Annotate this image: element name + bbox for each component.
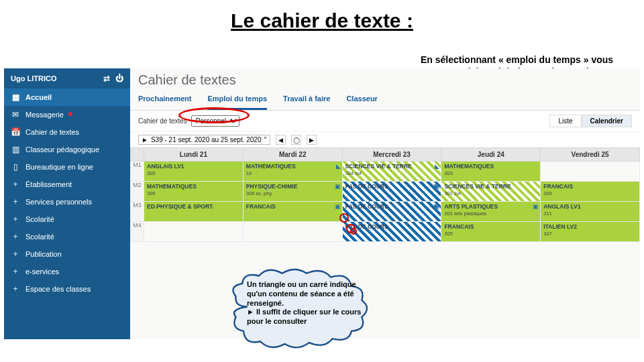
course-subject: MATHEMATIQUES: [444, 163, 537, 170]
main-panel: Cahier de textes ProchainementEmploi du …: [130, 68, 640, 339]
course-room: 211: [543, 210, 637, 217]
sidebar-label: Services personnels: [25, 198, 92, 206]
content-marker-icon: ▣: [335, 203, 341, 210]
sidebar-icon: +: [11, 232, 20, 241]
tab-classeur[interactable]: Classeur: [346, 90, 377, 110]
course-cell[interactable]: PAS DE COURS▣: [343, 182, 441, 201]
week-prev-button[interactable]: ◀: [276, 135, 286, 145]
course-subject: ED.PHYSIQUE & SPORT.: [147, 203, 240, 210]
course-room: 209: [543, 190, 637, 196]
course-cell[interactable]: ANGLAIS LV1211: [541, 202, 639, 221]
sidebar-icon: ✉: [11, 110, 20, 119]
slide-title: Le cahier de texte :: [0, 0, 644, 35]
sidebar-item-2[interactable]: 📅Cahier de textes: [4, 123, 130, 141]
course-subject: ANGLAIS LV1: [147, 163, 240, 170]
sidebar-icon: ▯: [11, 162, 20, 172]
course-room: 301 svt: [444, 190, 537, 196]
course-cell[interactable]: MATHEMATIQUES203: [441, 162, 540, 181]
sidebar-icon: +: [11, 284, 20, 294]
course-cell[interactable]: SCIENCES VIE & TERRE304 svt◣: [343, 162, 441, 181]
tab-emploi-du-temps[interactable]: Emploi du temps: [207, 90, 267, 110]
sidebar-item-4[interactable]: ▯Bureautique en ligne: [4, 158, 130, 176]
sidebar-item-10[interactable]: +e-services: [4, 263, 130, 280]
sidebar-item-6[interactable]: +Services personnels: [4, 193, 130, 210]
slot-label: M4: [131, 222, 144, 242]
course-cell[interactable]: ED.PHYSIQUE & SPORT.: [144, 202, 243, 221]
sidebar-item-1[interactable]: ✉Messagerie: [4, 106, 130, 123]
tab-prochainement[interactable]: Prochainement: [138, 90, 191, 110]
course-subject: FRANCAIS: [543, 183, 637, 190]
cloud-text: Un triangle ou un carré indique qu'un co…: [247, 280, 365, 326]
course-room: 203: [444, 170, 537, 176]
content-marker-icon: ▣: [433, 183, 439, 190]
content-marker-icon: ▣: [433, 203, 439, 210]
course-cell[interactable]: FRANCAIS205: [441, 222, 540, 241]
sidebar-label: Publication: [25, 250, 62, 258]
content-marker-icon: ◣: [336, 163, 341, 170]
course-cell[interactable]: MATHEMATIQUES10◣: [244, 162, 342, 181]
sidebar-item-11[interactable]: +Espace des classes: [4, 280, 130, 298]
course-subject: FRANCAIS: [246, 203, 339, 210]
view-liste-button[interactable]: Liste: [549, 115, 581, 127]
sidebar-label: e-services: [25, 267, 59, 276]
course-cell[interactable]: PAS DE COURS: [343, 222, 441, 241]
course-cell[interactable]: FRANCAIS▣: [244, 202, 342, 221]
view-toggle: Liste Calendrier: [549, 115, 632, 127]
course-subject: PHYSIQUE-CHIMIE: [246, 183, 339, 190]
course-subject: PAS DE COURS: [345, 203, 439, 210]
sidebar-label: Espace des classes: [25, 285, 91, 293]
sidebar-icon: 📅: [11, 127, 20, 137]
sidebar-icon: +: [11, 249, 20, 259]
slot-label: M1: [131, 162, 144, 182]
toolbar-label: Cahier de textes: [138, 117, 187, 125]
sidebar-icon: +: [11, 215, 20, 224]
course-subject: SCIENCES VIE & TERRE: [444, 183, 537, 190]
course-cell[interactable]: MATHEMATIQUES309: [144, 182, 243, 201]
course-subject: PAS DE COURS: [345, 223, 439, 230]
badge-dot: [68, 112, 72, 116]
sidebar-label: Classeur pédagogique: [25, 145, 99, 154]
course-cell[interactable]: PHYSIQUE-CHIMIE306 sc. phy▣: [244, 182, 342, 201]
power-icon[interactable]: ⏻: [115, 74, 123, 83]
view-calendrier-button[interactable]: Calendrier: [582, 115, 632, 127]
course-cell[interactable]: ARTS PLASTIQUES202 arts plastiques▣: [441, 202, 540, 221]
sidebar-label: Cahier de textes: [25, 128, 79, 136]
content-marker-icon: ◣: [435, 163, 439, 170]
course-cell: [541, 162, 639, 181]
sidebar-item-9[interactable]: +Publication: [4, 245, 130, 263]
slot-label: M3: [131, 202, 144, 222]
course-cell[interactable]: FRANCAIS209: [541, 182, 639, 201]
week-today-button[interactable]: ◯: [291, 135, 301, 145]
sidebar-item-7[interactable]: +Scolarité: [4, 210, 130, 228]
course-room: 202 arts plastiques: [444, 210, 537, 217]
sidebar-item-0[interactable]: ▦Accueil: [4, 88, 130, 106]
sidebar-item-3[interactable]: ▥Classeur pédagogique: [4, 141, 130, 158]
sidebar-label: Messagerie: [25, 111, 64, 119]
day-header: Vendredi 25: [541, 148, 640, 162]
tab-strip: ProchainementEmploi du tempsTravail à fa…: [130, 89, 640, 111]
course-cell[interactable]: ANGLAIS LV1305: [144, 162, 243, 181]
course-cell[interactable]: SCIENCES VIE & TERRE301 svt: [441, 182, 540, 201]
sidebar-label: Scolarité: [25, 233, 54, 241]
content-marker-icon: ▣: [533, 203, 539, 210]
day-header: Lundi 21: [144, 148, 244, 162]
sidebar-item-5[interactable]: +Établissement: [4, 176, 130, 193]
calendar: Lundi 21Mardi 22Mercredi 23Jeudi 24Vendr…: [130, 147, 640, 339]
course-cell[interactable]: ITALIEN LV2107: [541, 222, 639, 241]
course-subject: FRANCAIS: [444, 223, 537, 230]
course-subject: PAS DE COURS: [345, 183, 439, 190]
course-cell[interactable]: PAS DE COURS▣: [343, 202, 441, 221]
week-next-button[interactable]: ▶: [307, 135, 317, 145]
sidebar-label: Bureautique en ligne: [25, 163, 93, 171]
week-select[interactable]: ► S39 - 21 sept. 2020 au 25 sept. 2020 ˅: [138, 135, 270, 145]
sidebar-header: Ugo LITRICO ⇄ ⏻: [4, 68, 130, 88]
slot-label: M2: [131, 182, 144, 202]
sidebar-item-8[interactable]: +Scolarité: [4, 228, 130, 245]
settings-icon[interactable]: ⇄: [103, 74, 110, 83]
sidebar-label: Accueil: [25, 93, 52, 101]
tab-travail-à-faire[interactable]: Travail à faire: [283, 90, 330, 110]
sidebar-icon: ▦: [11, 93, 20, 102]
cahier-select[interactable]: Personnel: [191, 115, 239, 127]
day-header: Mercredi 23: [342, 148, 441, 162]
sidebar-label: Établissement: [25, 180, 72, 188]
